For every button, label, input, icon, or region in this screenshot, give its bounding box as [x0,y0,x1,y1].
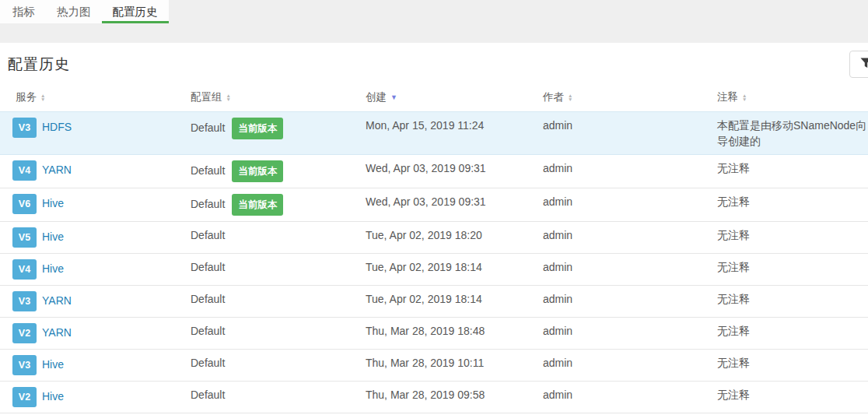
author-cell: admin [543,112,717,155]
table-row[interactable]: V3HiveDefaultThu, Mar 28, 2019 10:11admi… [0,350,868,382]
service-cell: V6Hive [0,188,191,222]
created-cell: Thu, Mar 28, 2019 09:58 [366,382,543,413]
author-cell: admin [543,382,717,413]
column-label: 配置组 [191,91,222,103]
config-group-cell: Default [191,350,366,382]
column-header-created[interactable]: 创建▼ [366,87,543,112]
config-group-cell: Default [191,254,366,286]
current-version-badge[interactable]: 当前版本 [232,118,283,139]
version-badge[interactable]: V6 [12,194,37,214]
service-cell: V2YARN [0,318,191,350]
author-cell: admin [543,222,717,254]
table-row[interactable]: V5HiveDefaultTue, Apr 02, 2019 18:20admi… [0,222,868,254]
service-cell: V4YARN [0,155,191,188]
config-group-name: Default [191,357,225,369]
config-group-name: Default [191,164,225,177]
column-label: 作者 [543,91,564,103]
sort-desc-icon[interactable]: ▼ [390,93,397,101]
table-row[interactable]: V2HiveDefaultThu, Mar 28, 2019 09:58admi… [0,382,868,413]
column-header-author[interactable]: 作者▲▼ [543,87,717,112]
service-link[interactable]: YARN [42,294,72,307]
config-group-cell: Default [191,382,366,413]
author-cell: admin [543,188,717,222]
service-link[interactable]: Hive [42,358,64,371]
column-label: 服务 [16,91,37,103]
config-group-name: Default [191,198,225,210]
version-badge[interactable]: V3 [12,355,37,375]
created-cell: Tue, Apr 02, 2019 18:14 [366,254,543,286]
column-label: 创建 [366,91,387,103]
service-link[interactable]: Hive [42,197,64,209]
sort-icon[interactable]: ▲▼ [742,93,747,101]
version-badge[interactable]: V4 [12,160,37,181]
config-group-name: Default [191,293,225,305]
author-cell: admin [543,286,717,318]
version-badge[interactable]: V2 [12,387,37,407]
version-badge[interactable]: V4 [12,259,37,280]
config-history-table: 服务▲▼ 配置组▲▼ 创建▼ 作者▲▼ 注释▲▼ V3HDFSDefault当前… [0,87,868,415]
notes-cell: 本配置是由移动SNameNode向导创建的 [717,112,868,155]
sort-triangle: ▼ [742,97,747,101]
config-group-name: Default [191,121,225,134]
sort-icon[interactable]: ▲▼ [568,93,572,101]
config-group-name: Default [191,389,225,401]
config-group-name: Default [191,325,225,337]
tab-metrics[interactable]: 指标 [2,0,46,23]
table-row[interactable]: V6HiveDefault当前版本Wed, Apr 03, 2019 09:31… [0,188,868,222]
service-link[interactable]: Hive [42,230,64,243]
table-row[interactable]: V4YARNDefault当前版本Wed, Apr 03, 2019 09:31… [0,155,868,188]
config-group-name: Default [191,261,225,273]
author-cell: admin [543,155,717,188]
sort-icon[interactable]: ▲▼ [40,93,45,101]
created-cell: Mon, Apr 15, 2019 11:24 [366,112,543,155]
service-link[interactable]: Hive [42,262,64,275]
service-link[interactable]: YARN [42,164,72,176]
table-row[interactable]: V3YARNDefaultTue, Apr 02, 2019 18:14admi… [0,286,868,318]
version-badge[interactable]: V3 [12,118,37,138]
service-link[interactable]: Hive [42,390,64,403]
version-badge[interactable]: V3 [12,291,37,311]
config-group-cell: Default [191,318,366,350]
table-body: V3HDFSDefault当前版本Mon, Apr 15, 2019 11:24… [0,112,868,415]
service-link[interactable]: YARN [42,326,72,339]
service-cell: V3HDFS [0,112,191,155]
config-history-panel: 配置历史 服务▲▼ 配置组▲▼ 创建▼ 作者▲▼ 注释▲▼ V3HDFSDefa… [0,43,868,415]
current-version-badge[interactable]: 当前版本 [232,160,283,182]
sort-triangle: ▼ [40,97,45,101]
created-cell: Tue, Apr 02, 2019 18:20 [366,222,543,254]
service-cell: V2Hive [0,382,191,413]
current-version-badge[interactable]: 当前版本 [232,194,283,216]
table-row[interactable]: V4HiveDefaultTue, Apr 02, 2019 18:14admi… [0,254,868,286]
notes-cell: 无注释 [717,155,868,188]
sort-triangle: ▼ [568,97,572,101]
service-link[interactable]: HDFS [42,121,72,133]
notes-cell: 无注释 [717,318,868,350]
notes-cell: 无注释 [717,382,868,413]
service-cell: V3Hive [0,350,191,382]
config-group-cell: Default [191,286,366,318]
column-header-config-group[interactable]: 配置组▲▼ [191,87,366,112]
tab-config-history[interactable]: 配置历史 [102,0,169,23]
table-row[interactable]: V2YARNDefaultThu, Mar 28, 2019 18:48admi… [0,318,868,350]
filter-button[interactable] [849,51,868,78]
column-header-service[interactable]: 服务▲▼ [0,87,191,112]
page-title: 配置历史 [8,55,860,75]
tab-heatmaps[interactable]: 热力图 [46,0,102,23]
version-badge[interactable]: V5 [12,227,37,248]
config-group-cell: Default当前版本 [191,155,366,188]
created-cell: Thu, Mar 28, 2019 18:48 [366,318,543,350]
config-group-cell: Default [191,222,366,254]
table-row[interactable]: V3HDFSDefault当前版本Mon, Apr 15, 2019 11:24… [0,112,868,155]
notes-cell: 无注释 [717,188,868,222]
notes-cell: 无注释 [717,350,868,382]
service-cell: V4Hive [0,254,191,286]
service-cell: V3YARN [0,286,191,318]
column-header-notes[interactable]: 注释▲▼ [717,87,868,112]
created-cell: Thu, Mar 28, 2019 10:11 [366,350,543,382]
panel-header: 配置历史 [0,43,868,79]
sort-icon[interactable]: ▲▼ [226,93,231,101]
column-label: 注释 [717,91,738,103]
sort-triangle: ▼ [226,97,231,101]
version-badge[interactable]: V2 [12,323,37,343]
notes-cell: 无注释 [717,254,868,286]
